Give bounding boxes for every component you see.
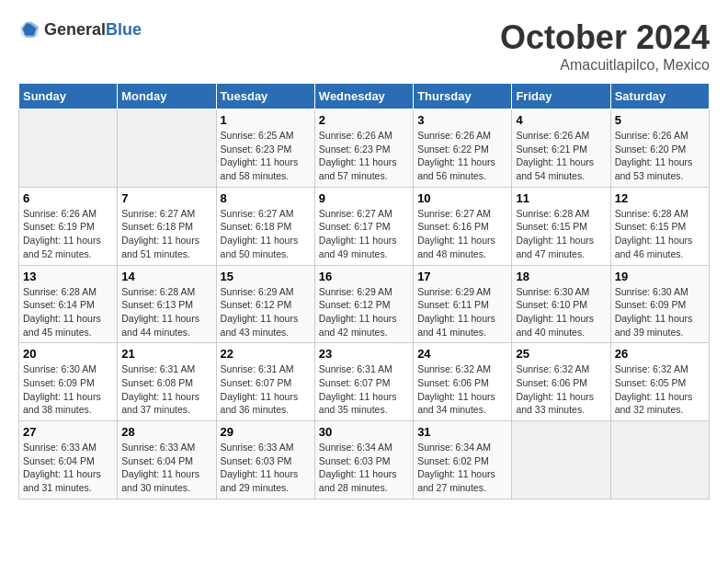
day-number: 8 [221,191,311,205]
calendar-cell: 27Sunrise: 6:33 AM Sunset: 6:04 PM Dayli… [19,421,118,500]
day-info: Sunrise: 6:29 AM Sunset: 6:11 PM Dayligh… [417,285,507,339]
day-info: Sunrise: 6:33 AM Sunset: 6:03 PM Dayligh… [221,441,311,495]
day-info: Sunrise: 6:28 AM Sunset: 6:14 PM Dayligh… [23,285,113,339]
page-subtitle: Amacuitlapilco, Mexico [500,57,710,74]
day-number: 5 [615,113,705,127]
calendar-cell: 8Sunrise: 6:27 AM Sunset: 6:18 PM Daylig… [216,187,314,265]
calendar-cell: 18Sunrise: 6:30 AM Sunset: 6:10 PM Dayli… [512,265,610,343]
calendar-cell: 26Sunrise: 6:32 AM Sunset: 6:05 PM Dayli… [610,343,709,421]
day-info: Sunrise: 6:27 AM Sunset: 6:17 PM Dayligh… [319,207,409,261]
logo-icon [18,18,40,40]
day-info: Sunrise: 6:29 AM Sunset: 6:12 PM Dayligh… [319,285,409,339]
day-info: Sunrise: 6:28 AM Sunset: 6:15 PM Dayligh… [516,207,606,261]
day-info: Sunrise: 6:30 AM Sunset: 6:10 PM Dayligh… [516,285,606,339]
day-info: Sunrise: 6:28 AM Sunset: 6:13 PM Dayligh… [121,285,211,339]
day-number: 14 [121,270,211,283]
day-number: 17 [417,270,507,283]
calendar-cell: 28Sunrise: 6:33 AM Sunset: 6:04 PM Dayli… [118,421,216,500]
day-info: Sunrise: 6:26 AM Sunset: 6:21 PM Dayligh… [516,129,606,183]
day-number: 18 [516,270,606,283]
calendar-cell: 2Sunrise: 6:26 AM Sunset: 6:23 PM Daylig… [314,109,413,188]
day-info: Sunrise: 6:33 AM Sunset: 6:04 PM Dayligh… [121,441,211,495]
calendar-cell: 5Sunrise: 6:26 AM Sunset: 6:20 PM Daylig… [610,109,709,188]
calendar-cell: 14Sunrise: 6:28 AM Sunset: 6:13 PM Dayli… [118,265,216,343]
day-number: 22 [221,347,311,361]
calendar-header-sunday: Sunday [19,84,118,109]
day-number: 12 [615,191,705,205]
day-info: Sunrise: 6:26 AM Sunset: 6:23 PM Dayligh… [319,129,409,183]
calendar-header-row: SundayMondayTuesdayWednesdayThursdayFrid… [19,84,710,109]
day-info: Sunrise: 6:32 AM Sunset: 6:05 PM Dayligh… [615,362,705,417]
calendar-cell: 23Sunrise: 6:31 AM Sunset: 6:07 PM Dayli… [314,343,413,421]
calendar-week-row: 6Sunrise: 6:26 AM Sunset: 6:19 PM Daylig… [19,187,710,265]
day-number: 15 [221,270,311,283]
day-info: Sunrise: 6:27 AM Sunset: 6:18 PM Dayligh… [121,207,211,261]
calendar-cell [19,109,118,188]
day-info: Sunrise: 6:30 AM Sunset: 6:09 PM Dayligh… [23,362,113,417]
day-info: Sunrise: 6:26 AM Sunset: 6:19 PM Dayligh… [23,207,113,261]
day-info: Sunrise: 6:34 AM Sunset: 6:03 PM Dayligh… [319,441,409,495]
day-number: 19 [615,270,705,283]
calendar-header-saturday: Saturday [610,84,709,109]
day-info: Sunrise: 6:31 AM Sunset: 6:07 PM Dayligh… [319,362,409,417]
day-number: 28 [121,425,211,439]
day-info: Sunrise: 6:28 AM Sunset: 6:15 PM Dayligh… [615,207,705,261]
day-number: 26 [615,347,705,361]
calendar-cell: 4Sunrise: 6:26 AM Sunset: 6:21 PM Daylig… [512,109,610,188]
day-number: 23 [319,347,409,361]
calendar-header-wednesday: Wednesday [314,84,413,109]
day-number: 11 [516,191,606,205]
calendar-cell: 3Sunrise: 6:26 AM Sunset: 6:22 PM Daylig… [414,109,512,188]
day-info: Sunrise: 6:26 AM Sunset: 6:22 PM Dayligh… [417,129,507,183]
day-number: 21 [121,347,211,361]
calendar-cell: 20Sunrise: 6:30 AM Sunset: 6:09 PM Dayli… [19,343,118,421]
day-info: Sunrise: 6:29 AM Sunset: 6:12 PM Dayligh… [221,285,311,339]
calendar-cell: 31Sunrise: 6:34 AM Sunset: 6:02 PM Dayli… [414,421,512,500]
calendar-week-row: 13Sunrise: 6:28 AM Sunset: 6:14 PM Dayli… [19,265,710,343]
day-number: 2 [319,113,409,127]
calendar-cell: 19Sunrise: 6:30 AM Sunset: 6:09 PM Dayli… [610,265,709,343]
day-number: 7 [121,191,211,205]
calendar-cell [118,109,216,188]
calendar-header-tuesday: Tuesday [216,84,314,109]
day-number: 3 [417,113,507,127]
day-info: Sunrise: 6:33 AM Sunset: 6:04 PM Dayligh… [23,441,113,495]
calendar-cell: 24Sunrise: 6:32 AM Sunset: 6:06 PM Dayli… [414,343,512,421]
day-info: Sunrise: 6:31 AM Sunset: 6:07 PM Dayligh… [221,362,311,417]
day-info: Sunrise: 6:31 AM Sunset: 6:08 PM Dayligh… [121,362,211,417]
calendar-week-row: 20Sunrise: 6:30 AM Sunset: 6:09 PM Dayli… [19,343,710,421]
calendar-cell: 22Sunrise: 6:31 AM Sunset: 6:07 PM Dayli… [216,343,314,421]
day-number: 29 [221,425,311,439]
day-number: 4 [516,113,606,127]
day-number: 30 [319,425,409,439]
day-info: Sunrise: 6:30 AM Sunset: 6:09 PM Dayligh… [615,285,705,339]
day-info: Sunrise: 6:32 AM Sunset: 6:06 PM Dayligh… [417,362,507,417]
day-number: 10 [417,191,507,205]
calendar-cell: 7Sunrise: 6:27 AM Sunset: 6:18 PM Daylig… [118,187,216,265]
calendar-cell: 29Sunrise: 6:33 AM Sunset: 6:03 PM Dayli… [216,421,314,500]
day-number: 25 [516,347,606,361]
day-info: Sunrise: 6:27 AM Sunset: 6:18 PM Dayligh… [221,207,311,261]
day-number: 20 [23,347,113,361]
calendar-cell: 25Sunrise: 6:32 AM Sunset: 6:06 PM Dayli… [512,343,610,421]
calendar-cell: 13Sunrise: 6:28 AM Sunset: 6:14 PM Dayli… [19,265,118,343]
calendar-table: SundayMondayTuesdayWednesdayThursdayFrid… [18,83,710,500]
calendar-header-thursday: Thursday [414,84,512,109]
calendar-cell: 15Sunrise: 6:29 AM Sunset: 6:12 PM Dayli… [216,265,314,343]
calendar-cell: 9Sunrise: 6:27 AM Sunset: 6:17 PM Daylig… [314,187,413,265]
logo-general: General [44,20,106,39]
logo-blue: Blue [106,20,142,39]
day-info: Sunrise: 6:25 AM Sunset: 6:23 PM Dayligh… [221,129,311,183]
day-info: Sunrise: 6:27 AM Sunset: 6:16 PM Dayligh… [417,207,507,261]
calendar-cell: 12Sunrise: 6:28 AM Sunset: 6:15 PM Dayli… [610,187,709,265]
day-number: 16 [319,270,409,283]
calendar-cell: 16Sunrise: 6:29 AM Sunset: 6:12 PM Dayli… [314,265,413,343]
day-number: 1 [221,113,311,127]
day-number: 6 [23,191,113,205]
calendar-cell: 10Sunrise: 6:27 AM Sunset: 6:16 PM Dayli… [414,187,512,265]
calendar-cell [610,421,709,500]
day-info: Sunrise: 6:26 AM Sunset: 6:20 PM Dayligh… [615,129,705,183]
logo: GeneralBlue [18,18,142,40]
calendar-cell: 1Sunrise: 6:25 AM Sunset: 6:23 PM Daylig… [216,109,314,188]
page-title: October 2024 [500,18,710,57]
